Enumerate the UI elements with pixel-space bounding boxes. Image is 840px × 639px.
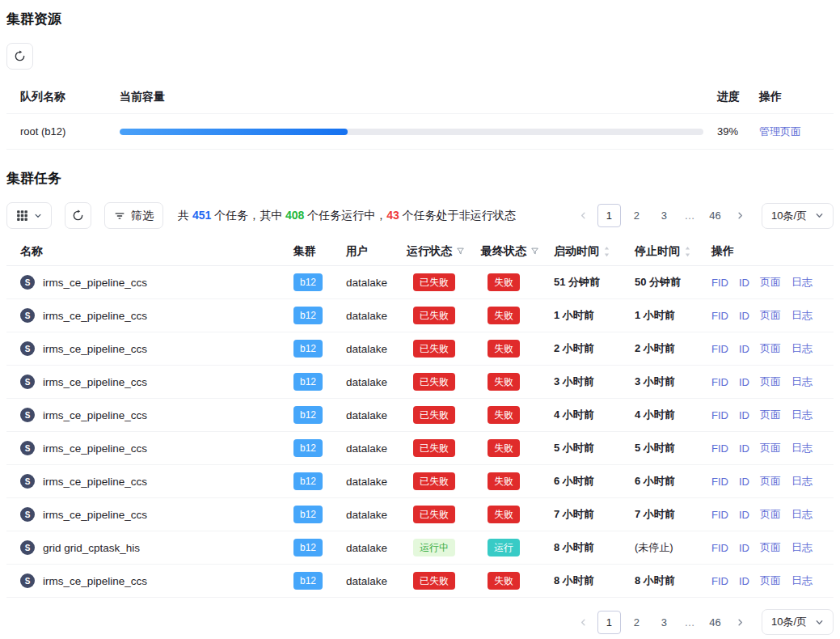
- start-time: 51 分钟前: [554, 275, 635, 290]
- filter-icon[interactable]: [530, 247, 539, 256]
- action-link-id[interactable]: ID: [739, 476, 749, 488]
- action-link-id[interactable]: ID: [739, 575, 749, 587]
- action-link-page[interactable]: 页面: [760, 507, 781, 522]
- action-link-id[interactable]: ID: [739, 376, 749, 388]
- action-link-log[interactable]: 日志: [791, 308, 813, 323]
- page-button-3[interactable]: 3: [652, 204, 676, 227]
- action-link-page[interactable]: 页面: [760, 341, 781, 356]
- task-name: irms_ce_pipeline_ccs: [43, 442, 147, 455]
- page-size-select[interactable]: 10条/页: [762, 609, 834, 635]
- action-link-log[interactable]: 日志: [791, 341, 813, 356]
- action-link-page[interactable]: 页面: [760, 408, 781, 422]
- page-button-46[interactable]: 46: [703, 204, 727, 227]
- action-link-id[interactable]: ID: [739, 442, 749, 455]
- page-button-1[interactable]: 1: [597, 611, 621, 634]
- action-link-page[interactable]: 页面: [760, 308, 781, 323]
- run-status-badge: 已失败: [413, 340, 455, 358]
- sorter-icon[interactable]: [603, 246, 610, 257]
- action-link-log[interactable]: 日志: [791, 375, 813, 389]
- action-link-page[interactable]: 页面: [760, 375, 781, 389]
- final-status-badge: 运行: [488, 539, 520, 556]
- action-link-fid[interactable]: FID: [711, 442, 728, 455]
- manage-page-link[interactable]: 管理页面: [759, 125, 801, 138]
- start-time: 7 小时前: [554, 507, 635, 522]
- refresh-resources-button[interactable]: [6, 43, 33, 70]
- page-button-2[interactable]: 2: [625, 204, 648, 227]
- cluster-badge: b12: [293, 472, 323, 490]
- summary-text: 个任务，其中: [211, 209, 285, 222]
- next-page-button[interactable]: [731, 206, 750, 226]
- action-link-log[interactable]: 日志: [791, 540, 813, 555]
- action-link-fid[interactable]: FID: [711, 310, 728, 322]
- run-status-cell: 运行中: [407, 539, 481, 556]
- page-button-3[interactable]: 3: [652, 611, 676, 634]
- page-button-1[interactable]: 1: [597, 204, 621, 227]
- action-link-page[interactable]: 页面: [760, 573, 781, 588]
- column-header-start-time[interactable]: 启动时间: [554, 244, 635, 259]
- action-link-log[interactable]: 日志: [791, 408, 813, 422]
- page-size-select[interactable]: 10条/页: [762, 203, 834, 229]
- action-link-page[interactable]: 页面: [760, 441, 781, 455]
- final-status-badge: 失败: [488, 506, 520, 523]
- refresh-tasks-button[interactable]: [65, 202, 91, 229]
- column-header-final-status[interactable]: 最终状态: [481, 244, 554, 259]
- action-link-fid[interactable]: FID: [711, 277, 728, 289]
- action-link-id[interactable]: ID: [739, 409, 749, 421]
- sorter-icon[interactable]: [684, 246, 691, 257]
- action-link-fid[interactable]: FID: [711, 343, 728, 355]
- task-name: irms_ce_pipeline_ccs: [43, 277, 147, 289]
- stop-time: 6 小时前: [635, 474, 711, 489]
- page-button-2[interactable]: 2: [625, 611, 648, 634]
- action-link-log[interactable]: 日志: [791, 507, 813, 522]
- cluster-tasks-title: 集群任务: [6, 169, 834, 188]
- action-link-id[interactable]: ID: [739, 509, 749, 521]
- filter-icon[interactable]: [456, 247, 465, 256]
- action-link-fid[interactable]: FID: [711, 509, 728, 521]
- stop-time: 8 小时前: [635, 573, 711, 588]
- page: 集群资源 队列名称 当前容量 进度 操作 root (b12) 39% 管理页面…: [0, 0, 840, 639]
- table-row: Sgrid grid_cptask_hisb12datalake运行中运行8 小…: [6, 531, 834, 565]
- action-link-fid[interactable]: FID: [711, 376, 728, 388]
- final-status-cell: 失败: [481, 506, 554, 523]
- page-button-46[interactable]: 46: [703, 611, 727, 634]
- action-link-fid[interactable]: FID: [711, 476, 728, 488]
- stop-time: 5 小时前: [635, 441, 711, 455]
- task-name-cell: Sirms_ce_pipeline_ccs: [6, 275, 293, 290]
- action-link-page[interactable]: 页面: [760, 540, 781, 555]
- cluster-cell: b12: [293, 307, 346, 324]
- grid-icon: [16, 209, 28, 222]
- action-link-fid[interactable]: FID: [711, 409, 728, 421]
- tasks-toolbar: 筛选 共 451 个任务，其中 408 个任务运行中，43 个任务处于非运行状态…: [6, 202, 834, 229]
- column-header-stop-time[interactable]: 停止时间: [635, 244, 711, 259]
- table-row: Sirms_ce_pipeline_ccsb12datalake已失败失败6 小…: [6, 465, 834, 498]
- prev-page-button[interactable]: [574, 612, 593, 632]
- action-link-log[interactable]: 日志: [791, 441, 813, 455]
- action-link-log[interactable]: 日志: [791, 573, 813, 588]
- filter-button[interactable]: 筛选: [104, 202, 163, 229]
- page-size-label: 10条/页: [771, 615, 807, 629]
- next-page-button[interactable]: [731, 612, 750, 632]
- cluster-cell: b12: [293, 273, 346, 291]
- start-time: 1 小时前: [554, 308, 635, 323]
- run-status-cell: 已失败: [407, 406, 481, 424]
- task-name: irms_ce_pipeline_ccs: [43, 476, 147, 488]
- column-header-run-status[interactable]: 运行状态: [407, 244, 481, 259]
- column-settings-button[interactable]: [6, 202, 52, 229]
- chevron-down-icon: [815, 618, 824, 627]
- row-actions: FIDID页面日志: [711, 341, 834, 356]
- action-link-fid[interactable]: FID: [711, 575, 728, 587]
- action-link-fid[interactable]: FID: [711, 542, 728, 554]
- action-link-log[interactable]: 日志: [791, 474, 813, 489]
- action-link-id[interactable]: ID: [739, 310, 749, 322]
- action-link-id[interactable]: ID: [739, 542, 749, 554]
- action-link-log[interactable]: 日志: [791, 275, 813, 290]
- column-label: 名称: [20, 244, 43, 259]
- action-link-page[interactable]: 页面: [760, 474, 781, 489]
- summary-count-red: 43: [386, 209, 399, 222]
- run-status-cell: 已失败: [407, 472, 481, 490]
- prev-page-button[interactable]: [574, 206, 593, 226]
- avatar: S: [20, 275, 35, 290]
- action-link-page[interactable]: 页面: [760, 275, 781, 290]
- action-link-id[interactable]: ID: [739, 343, 749, 355]
- action-link-id[interactable]: ID: [739, 277, 749, 289]
